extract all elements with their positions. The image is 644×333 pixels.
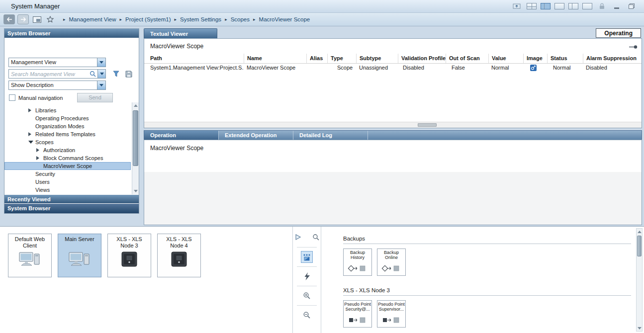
tree-item-operating-procedures[interactable]: Operating Procedures: [4, 114, 131, 122]
layout-blank-icon[interactable]: [582, 3, 592, 9]
frame-view-icon[interactable]: [31, 14, 42, 24]
app-title: System Manager: [0, 2, 60, 10]
system-browser-panel: System Browser Management View: [4, 28, 139, 214]
search-input[interactable]: [9, 71, 88, 77]
expander-expanded-icon[interactable]: [28, 141, 35, 144]
favorite-star-icon[interactable]: [45, 14, 56, 24]
pseudo-point-supervisor-button[interactable]: Pseudo Point Supervisor...: [377, 300, 406, 328]
zoom-in-icon[interactable]: [301, 290, 313, 302]
expander-collapsed-icon[interactable]: [28, 108, 35, 112]
tree-item-views[interactable]: Views: [4, 186, 131, 194]
scrollbar-thumb[interactable]: [637, 236, 642, 256]
node-card-xls-node-3[interactable]: XLS - XLS Node 3: [107, 234, 151, 277]
column-header-type[interactable]: Type: [327, 54, 356, 63]
pin-icon[interactable]: [629, 44, 638, 50]
save-search-icon[interactable]: [125, 71, 132, 78]
scroll-up-icon[interactable]: [132, 102, 139, 109]
chevron-down-icon[interactable]: [97, 58, 105, 67]
node-label: Main Server: [58, 234, 101, 250]
tab-operation[interactable]: Operation: [144, 131, 219, 140]
layout-split2-icon[interactable]: [568, 3, 578, 9]
node-card-xls-node-4[interactable]: XLS - XLS Node 4: [157, 234, 201, 277]
scrollbar-thumb[interactable]: [133, 110, 138, 166]
recently-viewed-bar[interactable]: Recently Viewed: [4, 194, 139, 203]
send-to-front-monitor-icon[interactable]: [512, 1, 523, 11]
node-card-main-server[interactable]: Main Server: [58, 234, 101, 277]
table-row[interactable]: System1.Management View:Project.S... Mac…: [144, 64, 642, 73]
column-header-status[interactable]: Status: [547, 54, 583, 63]
textual-viewer-panel: MacroViewer Scope Path Name Alias Type S…: [144, 38, 642, 128]
forward-icon[interactable]: [17, 14, 29, 24]
column-header-name[interactable]: Name: [244, 54, 306, 63]
column-header-subtype[interactable]: Subtype: [356, 54, 398, 63]
zoom-out-icon[interactable]: [301, 309, 313, 321]
tree-item-security[interactable]: Security: [4, 170, 131, 178]
tree-scrollbar[interactable]: [132, 102, 139, 194]
sections-scrollbar[interactable]: [636, 228, 643, 332]
breadcrumb-item[interactable]: Project (System1): [125, 16, 171, 22]
layout-single-icon[interactable]: [554, 3, 564, 9]
minimize-icon[interactable]: [611, 1, 622, 11]
filter-funnel-icon[interactable]: [113, 71, 120, 78]
tree-item-users[interactable]: Users: [4, 178, 131, 186]
back-icon[interactable]: [3, 14, 15, 24]
layout-grid-icon[interactable]: [527, 3, 537, 9]
column-header-image[interactable]: Image: [523, 54, 547, 63]
column-header-path[interactable]: Path: [144, 54, 244, 63]
expander-collapsed-icon[interactable]: [36, 148, 43, 152]
cell-path: System1.Management View:Project.S...: [144, 64, 244, 73]
scroll-down-icon[interactable]: [637, 325, 642, 331]
restore-icon[interactable]: [626, 1, 637, 11]
view-select[interactable]: Management View: [8, 58, 106, 67]
backup-history-button[interactable]: Backup History: [343, 249, 372, 276]
search-options-chevron-icon[interactable]: [97, 69, 106, 79]
system-browser-bottom-bar[interactable]: System Browser: [4, 203, 139, 213]
backup-online-button[interactable]: Backup Online: [377, 249, 406, 276]
search-icon[interactable]: [310, 231, 322, 243]
manual-navigation-checkbox[interactable]: [9, 94, 15, 101]
node-card-default-web-client[interactable]: Default Web Client: [8, 234, 52, 277]
tree-item-macroviewer-scope[interactable]: MacroViewer Scope: [4, 162, 131, 170]
tree-item-scopes[interactable]: Scopes: [4, 138, 131, 146]
scroll-up-icon[interactable]: [637, 229, 642, 235]
search-icon[interactable]: [88, 71, 97, 77]
lightning-icon[interactable]: [301, 270, 313, 282]
operating-button[interactable]: Operating: [596, 28, 641, 38]
macro-square-icon: [348, 316, 368, 325]
tree-item-related-items-templates[interactable]: Related Items Templates: [4, 130, 131, 138]
tab-extended-operation[interactable]: Extended Operation: [219, 131, 293, 140]
breadcrumb-item[interactable]: MacroViewer Scope: [259, 16, 310, 22]
scroll-down-icon[interactable]: [132, 188, 139, 194]
column-header-value[interactable]: Value: [488, 54, 523, 63]
related-items-icon[interactable]: [301, 251, 313, 263]
breadcrumb: ▸ Management View ▸ Project (System1) ▸ …: [63, 16, 310, 22]
expander-collapsed-icon[interactable]: [28, 132, 35, 136]
run-play-icon[interactable]: [292, 231, 304, 243]
breadcrumb-item[interactable]: Scopes: [231, 16, 250, 22]
breadcrumb-item[interactable]: System Settings: [180, 16, 221, 22]
tree-item-block-command-scopes[interactable]: Block Command Scopes: [4, 154, 131, 162]
send-button[interactable]: Send: [77, 93, 113, 102]
scrollbar-thumb[interactable]: [418, 123, 437, 127]
column-header-validation-profile[interactable]: Validation Profile: [398, 54, 446, 63]
tree-item-libraries[interactable]: Libraries: [4, 106, 131, 114]
tab-textual-viewer[interactable]: Textual Viewer: [144, 28, 217, 38]
column-header-out-of-scan[interactable]: Out of Scan: [446, 54, 488, 63]
macro-sections: Backups Backup History Backup Online XLS…: [343, 233, 631, 333]
system-browser-header[interactable]: System Browser: [4, 29, 139, 38]
table-horizontal-scrollbar[interactable]: [144, 122, 642, 128]
expander-collapsed-icon[interactable]: [36, 156, 43, 160]
chevron-down-icon[interactable]: [97, 81, 105, 89]
layout-split-active-icon[interactable]: [541, 3, 551, 9]
description-select[interactable]: Show Description: [8, 81, 106, 90]
tree-item-authorization[interactable]: Authorization: [4, 146, 131, 154]
tab-detailed-log[interactable]: Detailed Log: [293, 131, 368, 140]
breadcrumb-item[interactable]: Management View: [69, 16, 116, 22]
button-label: Backup History: [344, 250, 371, 260]
breadcrumb-separator-icon: ▸: [225, 17, 227, 22]
column-header-alarm-suppression[interactable]: Alarm Suppression: [583, 54, 642, 63]
tree-item-organization-modes[interactable]: Organization Modes: [4, 122, 131, 130]
pseudo-point-security-button[interactable]: Pseudo Point Security@...: [343, 300, 372, 328]
tree-item-label: Organization Modes: [35, 123, 84, 129]
column-header-alias[interactable]: Alias: [306, 54, 327, 63]
